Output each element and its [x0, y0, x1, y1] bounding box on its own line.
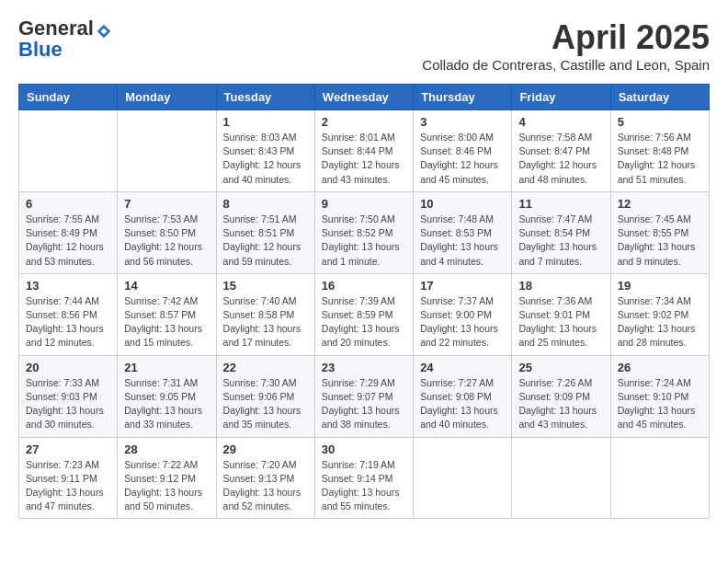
calendar-week-row: 6Sunrise: 7:55 AMSunset: 8:49 PMDaylight… [19, 191, 710, 273]
calendar-cell [19, 110, 118, 192]
calendar-cell: 14Sunrise: 7:42 AMSunset: 8:57 PMDayligh… [118, 273, 216, 355]
calendar-cell: 2Sunrise: 8:01 AMSunset: 8:44 PMDaylight… [314, 110, 413, 192]
day-number: 18 [518, 279, 603, 293]
calendar-cell: 5Sunrise: 7:56 AMSunset: 8:48 PMDaylight… [610, 110, 709, 192]
day-info: Sunrise: 7:44 AMSunset: 8:56 PMDaylight:… [26, 294, 110, 350]
day-number: 14 [124, 279, 209, 293]
day-info: Sunrise: 8:00 AMSunset: 8:46 PMDaylight:… [420, 131, 505, 187]
day-number: 15 [223, 279, 308, 293]
day-number: 3 [420, 115, 505, 129]
weekday-header-tuesday: Tuesday [216, 85, 314, 110]
calendar-week-row: 13Sunrise: 7:44 AMSunset: 8:56 PMDayligh… [19, 273, 710, 355]
calendar-cell [610, 437, 709, 519]
calendar-cell: 28Sunrise: 7:22 AMSunset: 9:12 PMDayligh… [118, 437, 216, 519]
day-info: Sunrise: 7:40 AMSunset: 8:58 PMDaylight:… [223, 294, 308, 350]
month-title: April 2025 [422, 18, 710, 57]
day-info: Sunrise: 7:45 AMSunset: 8:55 PMDaylight:… [618, 213, 702, 269]
day-number: 8 [223, 197, 308, 211]
logo-text: General [18, 18, 112, 40]
day-number: 6 [26, 197, 110, 211]
calendar-cell [414, 437, 512, 519]
day-number: 9 [322, 197, 406, 211]
calendar-cell: 23Sunrise: 7:29 AMSunset: 9:07 PMDayligh… [314, 355, 413, 437]
day-number: 1 [223, 115, 308, 129]
day-info: Sunrise: 7:51 AMSunset: 8:51 PMDaylight:… [223, 213, 308, 269]
day-info: Sunrise: 7:48 AMSunset: 8:53 PMDaylight:… [420, 213, 505, 269]
calendar-cell: 10Sunrise: 7:48 AMSunset: 8:53 PMDayligh… [414, 191, 512, 273]
day-info: Sunrise: 7:50 AMSunset: 8:52 PMDaylight:… [322, 213, 406, 269]
calendar-cell: 4Sunrise: 7:58 AMSunset: 8:47 PMDaylight… [512, 110, 610, 192]
calendar-cell: 30Sunrise: 7:19 AMSunset: 9:14 PMDayligh… [314, 437, 413, 519]
calendar-week-row: 20Sunrise: 7:33 AMSunset: 9:03 PMDayligh… [19, 355, 710, 437]
day-info: Sunrise: 7:58 AMSunset: 8:47 PMDaylight:… [518, 131, 603, 187]
calendar-cell: 24Sunrise: 7:27 AMSunset: 9:08 PMDayligh… [414, 355, 512, 437]
day-info: Sunrise: 7:55 AMSunset: 8:49 PMDaylight:… [26, 213, 110, 269]
calendar-cell: 9Sunrise: 7:50 AMSunset: 8:52 PMDaylight… [314, 191, 413, 273]
day-number: 10 [420, 197, 505, 211]
day-info: Sunrise: 7:47 AMSunset: 8:54 PMDaylight:… [518, 213, 603, 269]
day-number: 2 [322, 115, 406, 129]
calendar-table: SundayMondayTuesdayWednesdayThursdayFrid… [18, 84, 710, 519]
calendar-cell: 6Sunrise: 7:55 AMSunset: 8:49 PMDaylight… [19, 191, 118, 273]
weekday-header-thursday: Thursday [414, 85, 512, 110]
calendar-cell: 8Sunrise: 7:51 AMSunset: 8:51 PMDaylight… [216, 191, 314, 273]
day-info: Sunrise: 7:56 AMSunset: 8:48 PMDaylight:… [618, 131, 702, 187]
day-number: 30 [322, 442, 406, 456]
day-number: 22 [223, 361, 308, 374]
header: General Blue April 2025 Collado de Contr… [18, 18, 710, 80]
day-number: 21 [124, 361, 209, 374]
calendar-cell: 20Sunrise: 7:33 AMSunset: 9:03 PMDayligh… [19, 355, 118, 437]
calendar-cell: 12Sunrise: 7:45 AMSunset: 8:55 PMDayligh… [610, 191, 709, 273]
day-number: 23 [322, 361, 406, 374]
weekday-header-wednesday: Wednesday [314, 85, 413, 110]
day-number: 13 [26, 279, 110, 293]
calendar-cell: 22Sunrise: 7:30 AMSunset: 9:06 PMDayligh… [216, 355, 314, 437]
calendar-cell: 18Sunrise: 7:36 AMSunset: 9:01 PMDayligh… [512, 273, 610, 355]
calendar-cell: 26Sunrise: 7:24 AMSunset: 9:10 PMDayligh… [610, 355, 709, 437]
day-info: Sunrise: 7:29 AMSunset: 9:07 PMDaylight:… [322, 376, 406, 432]
day-number: 7 [124, 197, 209, 211]
day-number: 12 [618, 197, 702, 211]
calendar-cell: 21Sunrise: 7:31 AMSunset: 9:05 PMDayligh… [118, 355, 216, 437]
day-number: 28 [124, 442, 209, 456]
day-info: Sunrise: 7:22 AMSunset: 9:12 PMDaylight:… [124, 458, 209, 514]
calendar-cell: 13Sunrise: 7:44 AMSunset: 8:56 PMDayligh… [19, 273, 118, 355]
weekday-header-friday: Friday [512, 85, 610, 110]
day-info: Sunrise: 7:42 AMSunset: 8:57 PMDaylight:… [124, 294, 209, 350]
weekday-header-monday: Monday [118, 85, 216, 110]
calendar-cell: 19Sunrise: 7:34 AMSunset: 9:02 PMDayligh… [610, 273, 709, 355]
calendar-cell: 1Sunrise: 8:03 AMSunset: 8:43 PMDaylight… [216, 110, 314, 192]
day-info: Sunrise: 8:03 AMSunset: 8:43 PMDaylight:… [223, 131, 308, 187]
day-info: Sunrise: 7:37 AMSunset: 9:00 PMDaylight:… [420, 294, 505, 350]
logo-general: General [18, 17, 94, 40]
calendar-cell: 29Sunrise: 7:20 AMSunset: 9:13 PMDayligh… [216, 437, 314, 519]
day-info: Sunrise: 7:31 AMSunset: 9:05 PMDaylight:… [124, 376, 209, 432]
day-info: Sunrise: 7:23 AMSunset: 9:11 PMDaylight:… [26, 458, 110, 514]
weekday-header-saturday: Saturday [610, 85, 709, 110]
day-number: 25 [518, 361, 603, 374]
logo: General Blue [18, 18, 112, 60]
day-info: Sunrise: 7:24 AMSunset: 9:10 PMDaylight:… [618, 376, 702, 432]
title-block: April 2025 Collado de Contreras, Castill… [422, 18, 710, 80]
day-info: Sunrise: 7:27 AMSunset: 9:08 PMDaylight:… [420, 376, 505, 432]
day-info: Sunrise: 7:26 AMSunset: 9:09 PMDaylight:… [518, 376, 603, 432]
day-info: Sunrise: 7:30 AMSunset: 9:06 PMDaylight:… [223, 376, 308, 432]
day-info: Sunrise: 8:01 AMSunset: 8:44 PMDaylight:… [322, 131, 406, 187]
page-container: General Blue April 2025 Collado de Contr… [18, 18, 710, 519]
calendar-cell: 25Sunrise: 7:26 AMSunset: 9:09 PMDayligh… [512, 355, 610, 437]
day-number: 19 [618, 279, 702, 293]
day-number: 16 [322, 279, 406, 293]
logo-icon [96, 23, 112, 40]
day-info: Sunrise: 7:53 AMSunset: 8:50 PMDaylight:… [124, 213, 209, 269]
day-number: 27 [26, 442, 110, 456]
calendar-week-row: 1Sunrise: 8:03 AMSunset: 8:43 PMDaylight… [19, 110, 710, 192]
day-info: Sunrise: 7:19 AMSunset: 9:14 PMDaylight:… [322, 458, 406, 514]
day-number: 29 [223, 442, 308, 456]
day-number: 17 [420, 279, 505, 293]
day-number: 11 [518, 197, 603, 211]
day-number: 24 [420, 361, 505, 374]
calendar-cell: 16Sunrise: 7:39 AMSunset: 8:59 PMDayligh… [314, 273, 413, 355]
logo-blue: Blue [18, 40, 63, 60]
day-number: 5 [618, 115, 702, 129]
day-number: 4 [518, 115, 603, 129]
